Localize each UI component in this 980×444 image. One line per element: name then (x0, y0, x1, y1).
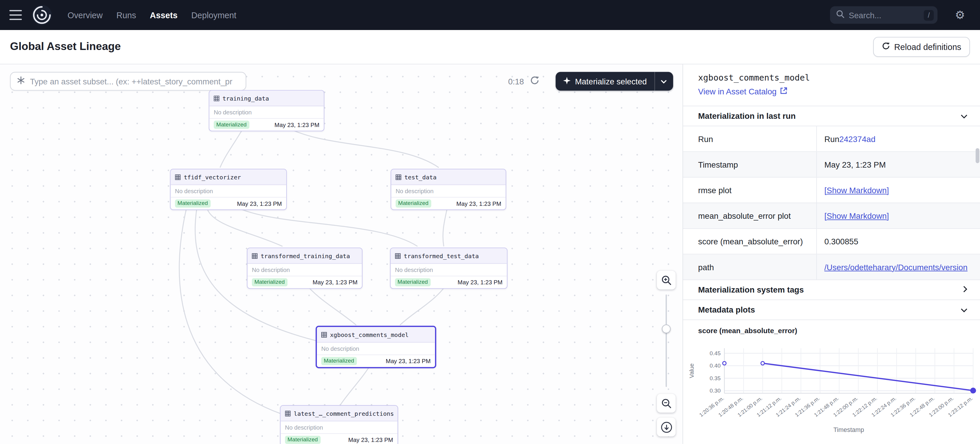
table-icon (252, 250, 258, 261)
chevron-right-icon (963, 285, 968, 294)
page-title: Global Asset Lineage (10, 40, 121, 53)
section-materialization-in-last-run[interactable]: Materialization in last run (683, 106, 980, 126)
asset-node-xgboost-comments-model[interactable]: xgboost_comments_model No description Ma… (316, 326, 436, 368)
status-badge: Materialized (214, 121, 249, 129)
materialized-timestamp: May 23, 1:23 PM (275, 121, 320, 128)
nav-runs[interactable]: Runs (116, 10, 136, 20)
asset-name: latest_…_comment_predictions (294, 410, 394, 417)
chevron-down-icon (961, 305, 967, 315)
search-input[interactable] (849, 10, 911, 20)
status-badge: Materialized (285, 436, 320, 444)
chevron-down-icon (961, 111, 967, 121)
asset-name: transformed_training_data (261, 252, 350, 259)
run-link[interactable]: 242374ad (839, 134, 875, 143)
page-header: Global Asset Lineage Reload definitions (0, 30, 980, 64)
materialized-timestamp: May 23, 1:23 PM (348, 436, 393, 443)
menu-icon[interactable] (10, 10, 22, 20)
status-badge: Materialized (175, 199, 210, 208)
reload-definitions-label: Reload definitions (894, 42, 961, 52)
materialized-timestamp: May 23, 1:23 PM (458, 279, 503, 285)
asset-node-transformed-test-data[interactable]: transformed_test_data No description Mat… (390, 248, 508, 289)
elapsed-timer: 0:18 (508, 77, 524, 86)
section-materialization-system-tags[interactable]: Materialization system tags (683, 280, 980, 300)
op-selector-icon (17, 76, 25, 87)
table-row: Timestamp May 23, 1:23 PM (683, 152, 980, 178)
table-row: mean_absolute_error plot [Show Markdown] (683, 203, 980, 229)
materialize-selected-label: Materialize selected (575, 76, 647, 86)
zoom-slider-handle[interactable] (662, 325, 671, 333)
show-markdown-link[interactable]: [Show Markdown] (824, 185, 889, 195)
table-icon (321, 329, 327, 340)
svg-text:Timestamp: Timestamp (833, 426, 864, 433)
path-link[interactable]: /Users/odetteharary/Documents/version (824, 262, 968, 272)
zoom-slider[interactable] (657, 292, 676, 390)
global-search[interactable]: / (830, 6, 938, 24)
nav-overview[interactable]: Overview (68, 10, 103, 20)
table-icon (285, 407, 291, 419)
view-in-asset-catalog-link[interactable]: View in Asset Catalog (698, 87, 787, 96)
nav-assets[interactable]: Assets (150, 10, 178, 20)
refresh-icon (881, 42, 890, 52)
metadata-plot-title: score (mean_absolute_error) (683, 320, 980, 335)
asset-description: No description (248, 264, 362, 276)
svg-text:0.35: 0.35 (710, 375, 721, 381)
zoom-slider-track (665, 294, 667, 387)
asset-name: tfidf_vectorizer (184, 173, 241, 180)
table-icon (175, 172, 180, 183)
asset-name: xgboost_comments_model (330, 331, 409, 338)
materialized-timestamp: May 23, 1:23 PM (457, 200, 501, 207)
svg-text:0.45: 0.45 (710, 350, 721, 356)
table-icon (395, 250, 401, 261)
materialized-timestamp: May 23, 1:23 PM (237, 200, 282, 207)
table-row: rmse plot [Show Markdown] (683, 178, 980, 203)
asset-description: No description (317, 342, 435, 355)
section-metadata-plots[interactable]: Metadata plots (683, 300, 980, 320)
materialize-selected-button[interactable]: Materialize selected (555, 72, 673, 91)
asset-node-latest-comment-predictions[interactable]: latest_…_comment_predictions No descript… (280, 405, 398, 444)
score-line-chart: 0.450.400.350.301:20:36 p.m.1:20:48 p.m.… (686, 337, 979, 442)
status-badge: Materialized (395, 278, 430, 286)
table-row: score (mean_absolute_error) 0.300855 (683, 229, 980, 255)
zoom-out-button[interactable] (657, 394, 676, 413)
asset-details-panel: xgboost_comments_model View in Asset Cat… (682, 64, 980, 444)
asset-node-test-data[interactable]: test_data No description MaterializedMay… (391, 169, 506, 210)
svg-text:0.30: 0.30 (710, 388, 721, 394)
search-icon (836, 10, 845, 21)
show-markdown-link[interactable]: [Show Markdown] (824, 211, 889, 221)
asset-name: transformed_test_data (404, 252, 479, 259)
dagster-logo (31, 5, 52, 25)
sparkle-icon (563, 76, 571, 86)
svg-text:0.40: 0.40 (710, 363, 721, 369)
materialized-timestamp: May 23, 1:23 PM (386, 358, 431, 364)
status-badge: Materialized (252, 278, 287, 286)
asset-node-training-data[interactable]: training_data No description Materialize… (209, 90, 324, 131)
graph-refresh-icon[interactable] (530, 76, 539, 88)
svg-text:Value: Value (689, 363, 695, 378)
table-icon (214, 92, 219, 104)
asset-node-tfidf-vectorizer[interactable]: tfidf_vectorizer No description Material… (170, 169, 287, 210)
materialize-options-caret[interactable] (654, 72, 673, 91)
top-nav: Overview Runs Assets Deployment / ⚙ (0, 0, 980, 30)
table-icon (396, 172, 401, 183)
settings-gear-icon[interactable]: ⚙ (955, 8, 965, 22)
metadata-plot: 0.450.400.350.301:20:36 p.m.1:20:48 p.m.… (683, 337, 980, 442)
asset-description: No description (209, 106, 324, 119)
asset-panel-title: xgboost_comments_model (698, 73, 965, 83)
asset-node-transformed-training-data[interactable]: transformed_training_data No description… (247, 248, 363, 289)
asset-filter-box[interactable] (10, 72, 246, 91)
lineage-graph-canvas[interactable]: 0:18 Materialize selected training_data … (0, 64, 682, 444)
table-row: path /Users/odetteharary/Documents/versi… (683, 255, 980, 280)
zoom-in-button[interactable] (657, 271, 676, 290)
reload-definitions-button[interactable]: Reload definitions (873, 37, 970, 57)
table-row: Run Run 242374ad (683, 126, 980, 152)
asset-name: training_data (223, 95, 269, 102)
panel-scrollbar-thumb[interactable] (975, 148, 979, 163)
materialized-timestamp: May 23, 1:23 PM (313, 279, 358, 285)
nav-deployment[interactable]: Deployment (191, 10, 236, 20)
app-root: Overview Runs Assets Deployment / ⚙ Glob… (0, 0, 980, 444)
primary-nav: Overview Runs Assets Deployment (68, 0, 236, 30)
status-badge: Materialized (396, 199, 431, 208)
asset-description: No description (391, 185, 506, 197)
recenter-view-button[interactable] (657, 417, 676, 436)
asset-filter-input[interactable] (30, 76, 239, 86)
